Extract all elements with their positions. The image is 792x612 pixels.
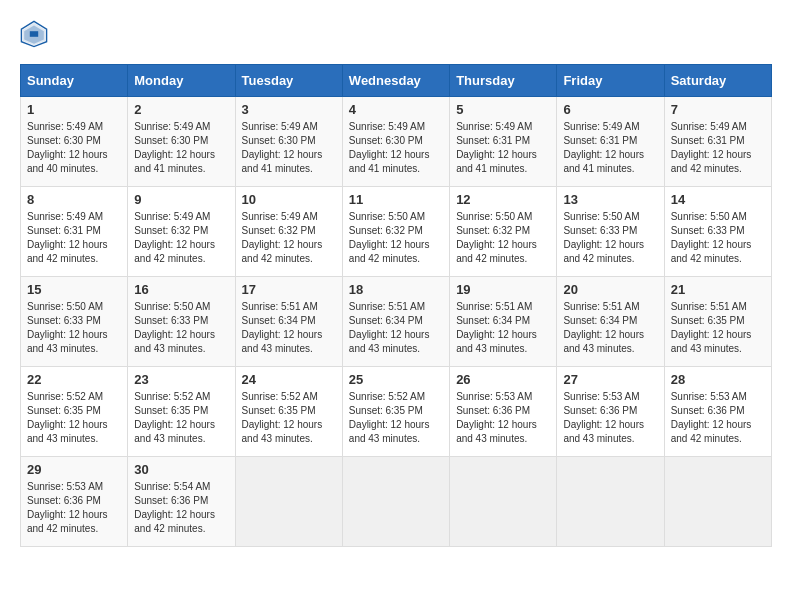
day-info: Sunrise: 5:49 AM Sunset: 6:30 PM Dayligh… — [242, 120, 336, 176]
calendar-cell: 23Sunrise: 5:52 AM Sunset: 6:35 PM Dayli… — [128, 367, 235, 457]
day-info: Sunrise: 5:50 AM Sunset: 6:33 PM Dayligh… — [671, 210, 765, 266]
calendar-cell: 28Sunrise: 5:53 AM Sunset: 6:36 PM Dayli… — [664, 367, 771, 457]
calendar-cell — [557, 457, 664, 547]
calendar-cell — [450, 457, 557, 547]
day-info: Sunrise: 5:52 AM Sunset: 6:35 PM Dayligh… — [27, 390, 121, 446]
week-row-3: 15Sunrise: 5:50 AM Sunset: 6:33 PM Dayli… — [21, 277, 772, 367]
day-number: 15 — [27, 282, 121, 297]
day-number: 11 — [349, 192, 443, 207]
day-number: 17 — [242, 282, 336, 297]
day-info: Sunrise: 5:53 AM Sunset: 6:36 PM Dayligh… — [456, 390, 550, 446]
header — [20, 20, 772, 48]
calendar-cell — [664, 457, 771, 547]
day-number: 6 — [563, 102, 657, 117]
day-number: 5 — [456, 102, 550, 117]
calendar-cell: 22Sunrise: 5:52 AM Sunset: 6:35 PM Dayli… — [21, 367, 128, 457]
calendar-cell — [235, 457, 342, 547]
day-number: 25 — [349, 372, 443, 387]
day-info: Sunrise: 5:54 AM Sunset: 6:36 PM Dayligh… — [134, 480, 228, 536]
week-row-1: 1Sunrise: 5:49 AM Sunset: 6:30 PM Daylig… — [21, 97, 772, 187]
day-header-monday: Monday — [128, 65, 235, 97]
logo — [20, 20, 54, 48]
calendar-cell: 13Sunrise: 5:50 AM Sunset: 6:33 PM Dayli… — [557, 187, 664, 277]
day-number: 8 — [27, 192, 121, 207]
day-number: 29 — [27, 462, 121, 477]
day-number: 27 — [563, 372, 657, 387]
day-header-saturday: Saturday — [664, 65, 771, 97]
day-number: 18 — [349, 282, 443, 297]
calendar-cell: 29Sunrise: 5:53 AM Sunset: 6:36 PM Dayli… — [21, 457, 128, 547]
calendar-cell: 2Sunrise: 5:49 AM Sunset: 6:30 PM Daylig… — [128, 97, 235, 187]
day-info: Sunrise: 5:50 AM Sunset: 6:32 PM Dayligh… — [456, 210, 550, 266]
calendar-cell: 9Sunrise: 5:49 AM Sunset: 6:32 PM Daylig… — [128, 187, 235, 277]
calendar-cell: 6Sunrise: 5:49 AM Sunset: 6:31 PM Daylig… — [557, 97, 664, 187]
day-number: 22 — [27, 372, 121, 387]
calendar-cell: 24Sunrise: 5:52 AM Sunset: 6:35 PM Dayli… — [235, 367, 342, 457]
day-info: Sunrise: 5:51 AM Sunset: 6:34 PM Dayligh… — [456, 300, 550, 356]
day-number: 1 — [27, 102, 121, 117]
day-number: 9 — [134, 192, 228, 207]
week-row-4: 22Sunrise: 5:52 AM Sunset: 6:35 PM Dayli… — [21, 367, 772, 457]
calendar-table: SundayMondayTuesdayWednesdayThursdayFrid… — [20, 64, 772, 547]
day-info: Sunrise: 5:49 AM Sunset: 6:31 PM Dayligh… — [456, 120, 550, 176]
day-header-tuesday: Tuesday — [235, 65, 342, 97]
day-info: Sunrise: 5:50 AM Sunset: 6:33 PM Dayligh… — [27, 300, 121, 356]
day-info: Sunrise: 5:49 AM Sunset: 6:32 PM Dayligh… — [134, 210, 228, 266]
day-number: 23 — [134, 372, 228, 387]
day-number: 16 — [134, 282, 228, 297]
svg-marker-3 — [30, 31, 38, 37]
day-info: Sunrise: 5:49 AM Sunset: 6:31 PM Dayligh… — [27, 210, 121, 266]
day-header-thursday: Thursday — [450, 65, 557, 97]
calendar-cell: 14Sunrise: 5:50 AM Sunset: 6:33 PM Dayli… — [664, 187, 771, 277]
day-info: Sunrise: 5:52 AM Sunset: 6:35 PM Dayligh… — [349, 390, 443, 446]
week-row-2: 8Sunrise: 5:49 AM Sunset: 6:31 PM Daylig… — [21, 187, 772, 277]
day-info: Sunrise: 5:49 AM Sunset: 6:30 PM Dayligh… — [27, 120, 121, 176]
calendar-cell: 11Sunrise: 5:50 AM Sunset: 6:32 PM Dayli… — [342, 187, 449, 277]
week-row-5: 29Sunrise: 5:53 AM Sunset: 6:36 PM Dayli… — [21, 457, 772, 547]
day-info: Sunrise: 5:51 AM Sunset: 6:35 PM Dayligh… — [671, 300, 765, 356]
calendar-cell: 4Sunrise: 5:49 AM Sunset: 6:30 PM Daylig… — [342, 97, 449, 187]
calendar-cell: 20Sunrise: 5:51 AM Sunset: 6:34 PM Dayli… — [557, 277, 664, 367]
day-number: 4 — [349, 102, 443, 117]
day-number: 28 — [671, 372, 765, 387]
calendar-cell: 30Sunrise: 5:54 AM Sunset: 6:36 PM Dayli… — [128, 457, 235, 547]
day-number: 24 — [242, 372, 336, 387]
day-number: 13 — [563, 192, 657, 207]
calendar-cell: 26Sunrise: 5:53 AM Sunset: 6:36 PM Dayli… — [450, 367, 557, 457]
day-info: Sunrise: 5:50 AM Sunset: 6:33 PM Dayligh… — [563, 210, 657, 266]
day-number: 12 — [456, 192, 550, 207]
day-number: 7 — [671, 102, 765, 117]
calendar-cell: 27Sunrise: 5:53 AM Sunset: 6:36 PM Dayli… — [557, 367, 664, 457]
day-info: Sunrise: 5:50 AM Sunset: 6:33 PM Dayligh… — [134, 300, 228, 356]
calendar-cell: 25Sunrise: 5:52 AM Sunset: 6:35 PM Dayli… — [342, 367, 449, 457]
calendar-cell: 12Sunrise: 5:50 AM Sunset: 6:32 PM Dayli… — [450, 187, 557, 277]
calendar-cell: 10Sunrise: 5:49 AM Sunset: 6:32 PM Dayli… — [235, 187, 342, 277]
day-header-friday: Friday — [557, 65, 664, 97]
day-info: Sunrise: 5:53 AM Sunset: 6:36 PM Dayligh… — [563, 390, 657, 446]
day-info: Sunrise: 5:52 AM Sunset: 6:35 PM Dayligh… — [134, 390, 228, 446]
calendar-cell: 21Sunrise: 5:51 AM Sunset: 6:35 PM Dayli… — [664, 277, 771, 367]
calendar-cell: 18Sunrise: 5:51 AM Sunset: 6:34 PM Dayli… — [342, 277, 449, 367]
calendar-cell: 1Sunrise: 5:49 AM Sunset: 6:30 PM Daylig… — [21, 97, 128, 187]
day-number: 14 — [671, 192, 765, 207]
calendar-cell — [342, 457, 449, 547]
day-info: Sunrise: 5:51 AM Sunset: 6:34 PM Dayligh… — [563, 300, 657, 356]
day-info: Sunrise: 5:51 AM Sunset: 6:34 PM Dayligh… — [242, 300, 336, 356]
calendar-cell: 3Sunrise: 5:49 AM Sunset: 6:30 PM Daylig… — [235, 97, 342, 187]
day-number: 19 — [456, 282, 550, 297]
day-info: Sunrise: 5:49 AM Sunset: 6:31 PM Dayligh… — [671, 120, 765, 176]
day-number: 10 — [242, 192, 336, 207]
header-row: SundayMondayTuesdayWednesdayThursdayFrid… — [21, 65, 772, 97]
calendar-cell: 5Sunrise: 5:49 AM Sunset: 6:31 PM Daylig… — [450, 97, 557, 187]
day-number: 30 — [134, 462, 228, 477]
day-info: Sunrise: 5:49 AM Sunset: 6:30 PM Dayligh… — [134, 120, 228, 176]
calendar-cell: 17Sunrise: 5:51 AM Sunset: 6:34 PM Dayli… — [235, 277, 342, 367]
day-info: Sunrise: 5:49 AM Sunset: 6:32 PM Dayligh… — [242, 210, 336, 266]
day-number: 2 — [134, 102, 228, 117]
day-number: 21 — [671, 282, 765, 297]
day-info: Sunrise: 5:53 AM Sunset: 6:36 PM Dayligh… — [27, 480, 121, 536]
calendar-cell: 16Sunrise: 5:50 AM Sunset: 6:33 PM Dayli… — [128, 277, 235, 367]
day-number: 26 — [456, 372, 550, 387]
day-header-sunday: Sunday — [21, 65, 128, 97]
day-number: 20 — [563, 282, 657, 297]
